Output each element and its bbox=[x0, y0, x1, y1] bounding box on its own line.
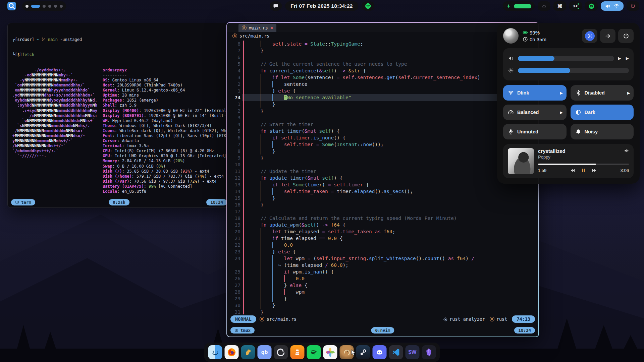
toggle-unmuted[interactable]: Unmuted bbox=[503, 124, 567, 139]
tmux-session-pill[interactable]: 0:zsh bbox=[109, 199, 129, 205]
code-line: 3 bbox=[227, 114, 538, 121]
toggle-balanced[interactable]: Balanced▶ bbox=[503, 105, 567, 120]
dock-item-finder[interactable] bbox=[208, 345, 222, 359]
workspace-4-empty[interactable] bbox=[48, 5, 51, 8]
toggle-label: Unmuted bbox=[517, 129, 538, 134]
code-line: 5 // Get the current sentence the user n… bbox=[227, 61, 538, 67]
fetch-info-line: Icons: WhiteSur-dark [Qt], WhiteSur-dark… bbox=[103, 128, 230, 133]
dock-item-obs[interactable] bbox=[274, 345, 288, 359]
command-icon: ⌘ bbox=[557, 3, 562, 9]
dock-item-vlc[interactable] bbox=[290, 345, 305, 359]
tmux-window-pill[interactable]: tmux bbox=[230, 327, 255, 334]
toggle-dlink[interactable]: Dlink▶ bbox=[503, 85, 567, 101]
chevron-right-icon[interactable]: ▶ bbox=[560, 111, 563, 114]
toggle-disabled[interactable]: Disabled▶ bbox=[571, 85, 634, 101]
rust-icon: R bbox=[260, 317, 264, 321]
volume-slider[interactable] bbox=[518, 56, 614, 61]
fetch-info-line: Font: Liberation Sans (12pt) [Qt], Sans … bbox=[103, 133, 230, 138]
workspace-6-empty[interactable] bbox=[60, 5, 63, 8]
chevron-right-icon[interactable]: ▶ bbox=[627, 91, 630, 95]
clock[interactable]: Fri 07 Feb 2025 18:34:22 bbox=[285, 1, 358, 11]
notifications-button[interactable] bbox=[270, 1, 282, 11]
battery-indicator[interactable] bbox=[503, 1, 535, 11]
previous-track-icon[interactable] bbox=[570, 168, 575, 173]
code-line: 2 sentence bbox=[227, 81, 538, 87]
dock-item-dollar-w-app[interactable]: $W bbox=[406, 345, 420, 359]
terminal-content: ┌[srdusr] ~ main -unstaged └[$]fetch -/o… bbox=[8, 23, 230, 197]
workspace-3-empty[interactable] bbox=[43, 5, 46, 8]
code-line: 15 } bbox=[227, 195, 538, 201]
output-expand-icon[interactable]: ▶ bbox=[626, 56, 629, 61]
wifi-icon bbox=[508, 90, 514, 96]
code-line: 26 0.0 bbox=[227, 275, 538, 282]
workspace-1-occupied[interactable] bbox=[25, 5, 29, 8]
dock-item-photos[interactable] bbox=[323, 345, 337, 359]
workspace-2-active[interactable] bbox=[31, 5, 40, 8]
workspace-indicator bbox=[22, 1, 66, 11]
clock-icon bbox=[523, 37, 528, 42]
toggle-dark[interactable]: Dark bbox=[571, 105, 634, 120]
filetype-indicator: Rrust bbox=[490, 316, 507, 322]
spotify-indicator[interactable] bbox=[362, 1, 374, 11]
dock-item-bird-app[interactable] bbox=[241, 345, 255, 359]
workspace-5-empty[interactable] bbox=[54, 5, 57, 8]
code-line: 6 if self.timer.is_none() { bbox=[227, 134, 538, 141]
dock-item-spotify[interactable] bbox=[307, 345, 321, 359]
power-menu-button[interactable] bbox=[618, 29, 634, 43]
power-button[interactable] bbox=[627, 1, 639, 11]
fetch-info-line: Host: 20L8S90R00 (ThinkPad T480s) bbox=[103, 83, 230, 88]
audio-network-pill[interactable] bbox=[601, 1, 624, 11]
brightness-slider[interactable] bbox=[518, 68, 629, 73]
code-line: 22 0.0 bbox=[227, 242, 538, 248]
track-progress-bar[interactable] bbox=[538, 164, 629, 165]
fetch-info-line: Theme: Windows [Qt], WhiteSur-Dark [GTK2… bbox=[103, 123, 230, 128]
brightness-icon bbox=[508, 67, 514, 73]
moon-icon bbox=[575, 109, 581, 115]
pause-icon[interactable] bbox=[581, 168, 586, 173]
fetch-info-line: CPU: Intel(R) Core(TM) i7-8650U (8) @ 4.… bbox=[103, 148, 230, 154]
code-line: 21 if time_elapsed == 0.0 { bbox=[227, 235, 538, 242]
window-icon bbox=[15, 200, 19, 204]
track-title: crystallized bbox=[538, 148, 624, 154]
code-buffer[interactable]: 8 self.state = State::TypingGame;7 }65 /… bbox=[227, 40, 538, 314]
power-icon bbox=[623, 33, 629, 39]
dock-item-obsidian[interactable] bbox=[422, 345, 436, 359]
speaker-icon[interactable] bbox=[624, 148, 629, 153]
code-line: 2 } bbox=[227, 108, 538, 114]
output-select-icon[interactable]: ▶ bbox=[618, 56, 621, 61]
avatar[interactable] bbox=[503, 28, 519, 44]
terminal-window[interactable]: ┌[srdusr] ~ main -unstaged └[$]fetch -/o… bbox=[7, 23, 231, 208]
settings-button[interactable] bbox=[582, 29, 597, 43]
keybinds-button[interactable]: ⌘ bbox=[553, 1, 566, 11]
fetch-info-line: Terminal: tmux 3.5a bbox=[103, 143, 230, 148]
code-line: 30 } bbox=[227, 302, 538, 309]
tmux-status-bar: term 0:zsh 18:34 bbox=[8, 198, 230, 206]
dock-item-qbittorrent[interactable]: qb bbox=[258, 345, 272, 359]
code-line: 28 wpm bbox=[227, 289, 538, 295]
toggle-noisy[interactable]: Noisy bbox=[571, 124, 634, 139]
album-art[interactable] bbox=[508, 148, 534, 174]
tab-main-rs[interactable]: R main.rs × bbox=[238, 24, 276, 32]
tmux-window-pill[interactable]: term bbox=[11, 199, 35, 205]
dock-item-firefox[interactable] bbox=[225, 345, 239, 359]
search-button[interactable] bbox=[7, 2, 16, 10]
editor-window[interactable]: R main.rs × R src/main.rs 8 self.state =… bbox=[226, 22, 539, 337]
statusline-file: Rsrc/main.rs bbox=[260, 316, 297, 322]
chevron-right-icon[interactable]: ▶ bbox=[560, 91, 563, 95]
gentoo-ascii-logo: -/oyddmdhs+:. -odNMMMMMMMMNNmhy+-` -yNMM… bbox=[12, 68, 97, 197]
screenshot-button[interactable]: ✂ bbox=[569, 1, 582, 11]
code-line: 4 fn current_sentence(&self) -> &str { bbox=[227, 67, 538, 74]
elapsed-time: 1:59 bbox=[538, 168, 551, 173]
shell-prompt: ┌[srdusr] ~ main -unstaged bbox=[12, 37, 226, 42]
next-track-icon[interactable] bbox=[592, 168, 597, 173]
dock-item-discord[interactable] bbox=[373, 345, 387, 359]
tmux-session-pill[interactable]: 0:nvim bbox=[371, 327, 394, 334]
logout-button[interactable] bbox=[600, 29, 615, 43]
tab-close-icon[interactable]: × bbox=[270, 25, 273, 31]
dock-item-vscode[interactable] bbox=[389, 345, 403, 359]
fetch-info-line: srdusr@xyz bbox=[103, 68, 230, 73]
fetch-info-line: Locale: en_US.utf8 bbox=[103, 189, 230, 194]
spotify-button[interactable] bbox=[585, 1, 598, 11]
mouse-cursor bbox=[351, 349, 358, 357]
idle-inhibitor-button[interactable] bbox=[538, 1, 550, 11]
